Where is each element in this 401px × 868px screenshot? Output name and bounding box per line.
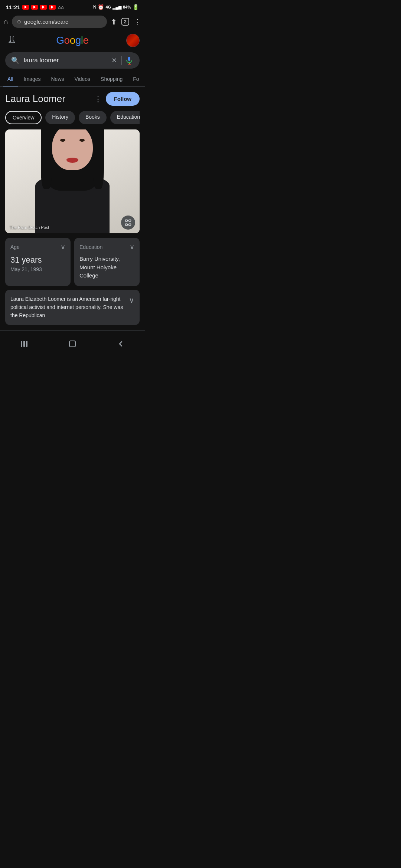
- age-card[interactable]: Age ∨ 31 years May 21, 1993: [5, 238, 71, 286]
- age-card-chevron-icon: ∨: [61, 243, 65, 251]
- svg-rect-4: [125, 220, 128, 221]
- svg-rect-8: [21, 341, 22, 347]
- status-time: 11:21: [6, 4, 20, 10]
- tab-videos[interactable]: Videos: [70, 72, 95, 86]
- youtube-icon-4: [49, 5, 56, 10]
- tab-shopping[interactable]: Shopping: [96, 72, 127, 86]
- google-labs-icon[interactable]: [5, 34, 19, 47]
- browser-bar: ⌂ ⊙ google.com/searc ⬆ 2 ⋮: [0, 13, 145, 30]
- svg-rect-6: [125, 224, 128, 225]
- url-bar[interactable]: ⊙ google.com/searc: [12, 16, 107, 28]
- chip-books[interactable]: Books: [79, 111, 107, 124]
- education-value: Barry University, Mount Holyoke College: [79, 255, 134, 280]
- browser-home-button[interactable]: ⌂: [4, 17, 8, 26]
- hair-side-left: [41, 129, 52, 189]
- photo-expand-button[interactable]: [121, 216, 135, 230]
- chip-overview[interactable]: Overview: [5, 111, 42, 124]
- age-card-header: Age ∨: [10, 243, 65, 251]
- nav-back-button[interactable]: [113, 336, 129, 352]
- site-identity-icon: ⊙: [17, 19, 21, 24]
- kp-entity-title: Laura Loomer: [5, 93, 90, 105]
- knowledge-panel: Laura Loomer ⋮ Follow Overview History B…: [0, 87, 145, 330]
- svg-rect-10: [26, 341, 27, 347]
- kp-chips-row: Overview History Books Education: [5, 111, 140, 124]
- svg-rect-11: [69, 341, 75, 347]
- google-account-avatar[interactable]: [126, 34, 140, 47]
- alarm-icon: ⏰: [98, 4, 104, 10]
- portrait-wrapper: [5, 129, 140, 233]
- chip-history[interactable]: History: [45, 111, 75, 124]
- youtube-icon-1: [22, 5, 29, 10]
- status-right-icons: N ⏰ 4G ▂▄▆ 84% 🔋: [93, 4, 139, 10]
- head-container: [50, 129, 95, 174]
- description-card[interactable]: Laura Elizabeth Loomer is an American fa…: [5, 290, 140, 325]
- kp-header: Laura Loomer ⋮ Follow: [5, 92, 140, 106]
- network-icon: 4G: [105, 5, 111, 9]
- nav-recents-button[interactable]: [16, 336, 32, 352]
- google-logo: Google: [22, 34, 123, 46]
- right-eye: [79, 139, 85, 142]
- education-card-header: Education ∨: [79, 243, 134, 251]
- age-value: 31 years: [10, 255, 65, 266]
- tab-all[interactable]: All: [3, 72, 18, 87]
- svg-rect-5: [129, 220, 131, 221]
- search-bar[interactable]: 🔍 laura loomer ✕: [5, 52, 140, 69]
- status-bar: 11:21 ⌂⌂ N ⏰ 4G ▂▄▆ 84% 🔋: [0, 0, 145, 13]
- education-card-chevron-icon: ∨: [130, 243, 134, 251]
- signal-icon: ▂▄▆: [113, 5, 121, 10]
- search-bar-container: 🔍 laura loomer ✕: [0, 51, 145, 72]
- description-expand-icon: ∨: [129, 295, 134, 305]
- description-text: Laura Elizabeth Loomer is an American fa…: [10, 295, 125, 320]
- svg-rect-7: [129, 224, 131, 225]
- voice-search-button[interactable]: [121, 56, 134, 65]
- svg-rect-9: [23, 341, 25, 347]
- battery-level: 84%: [123, 5, 131, 9]
- svg-rect-1: [128, 57, 130, 61]
- search-tabs: All Images News Videos Shopping Fo: [0, 72, 145, 87]
- face-oval: [52, 129, 93, 170]
- browser-menu-button[interactable]: ⋮: [134, 17, 141, 26]
- lips: [66, 158, 78, 163]
- google-header: Google: [0, 30, 145, 51]
- photo-source-label: The Palm Beach Post: [10, 225, 49, 230]
- follow-button[interactable]: Follow: [106, 92, 140, 106]
- bottom-nav: [0, 330, 145, 359]
- browser-actions: ⬆ 2 ⋮: [111, 17, 141, 26]
- search-icon: 🔍: [11, 56, 19, 65]
- kp-more-options-button[interactable]: ⋮: [90, 94, 106, 104]
- youtube-icon-3: [40, 5, 47, 10]
- status-left: 11:21 ⌂⌂: [6, 4, 64, 10]
- tab-count-button[interactable]: 2: [121, 18, 129, 26]
- share-button[interactable]: ⬆: [111, 17, 117, 26]
- battery-icon: 🔋: [133, 4, 139, 10]
- tab-news[interactable]: News: [46, 72, 68, 86]
- avatar-image: [126, 34, 140, 47]
- youtube-icon-2: [31, 5, 38, 10]
- tab-images[interactable]: Images: [19, 72, 45, 86]
- tab-more[interactable]: Fo: [128, 72, 143, 86]
- info-cards-row: Age ∨ 31 years May 21, 1993 Education ∨ …: [5, 238, 140, 286]
- voicemail-icon: ⌂⌂: [58, 4, 64, 10]
- chip-education[interactable]: Education: [110, 111, 140, 124]
- left-eye: [60, 139, 65, 142]
- url-text: google.com/searc: [24, 19, 102, 25]
- nav-home-button[interactable]: [64, 336, 81, 352]
- education-card[interactable]: Education ∨ Barry University, Mount Holy…: [74, 238, 140, 286]
- search-query-text: laura loomer: [24, 57, 107, 64]
- age-card-title: Age: [10, 244, 20, 250]
- education-card-title: Education: [79, 244, 102, 250]
- nfc-icon: N: [93, 4, 97, 10]
- search-clear-button[interactable]: ✕: [111, 56, 117, 65]
- kp-photo-card[interactable]: The Palm Beach Post: [5, 129, 140, 233]
- age-birthdate: May 21, 1993: [10, 266, 65, 272]
- svg-point-0: [10, 41, 11, 42]
- hair-side-right: [93, 129, 104, 189]
